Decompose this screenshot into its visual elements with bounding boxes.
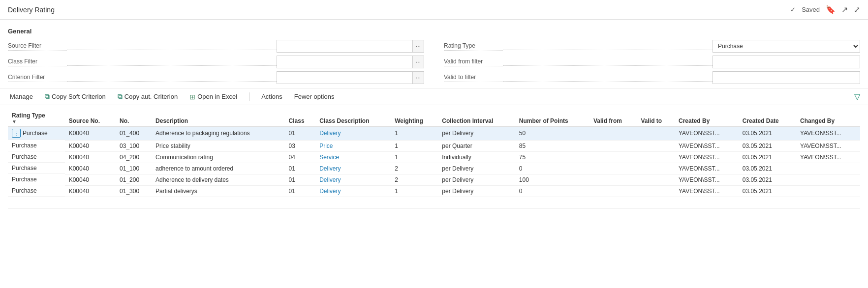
valid-from-label: Valid from filter: [444, 58, 503, 66]
rating-type-value: Purchase: [12, 142, 37, 149]
description-value: adherence to amount ordered: [152, 163, 284, 174]
valid-to-value: [637, 151, 675, 163]
valid-from-value: [589, 127, 637, 141]
general-section: General Source Filter ··· Class Filter ·…: [0, 20, 868, 88]
no-value: 04_200: [116, 151, 152, 163]
collection-interval-value: Individually: [438, 151, 515, 163]
open-excel-button[interactable]: ⊞ Open in Excel: [187, 92, 239, 102]
changed-by-value: YAVEON\SST...: [796, 151, 860, 163]
valid-from-value: [589, 140, 637, 151]
weighting-value: 1: [391, 140, 438, 151]
rating-type-dots: [503, 42, 713, 50]
class-filter-dots: [67, 58, 277, 66]
copy-aut-button[interactable]: ⧉ Copy aut. Criterion: [116, 91, 180, 102]
created-date-value: 03.05.2021: [739, 163, 796, 174]
rating-type-select[interactable]: Purchase Sales Other: [713, 40, 860, 53]
table-row: PurchaseK0004004_200Communication rating…: [8, 151, 860, 163]
class-value: 04: [285, 151, 316, 163]
collection-interval-value: per Delivery: [438, 174, 515, 185]
valid-from-value: [589, 174, 637, 185]
source-no-value: K00040: [65, 185, 116, 197]
description-value: Partial deliverys: [152, 185, 284, 197]
actions-label: Actions: [261, 93, 282, 100]
filter-icon[interactable]: ▽: [854, 92, 860, 101]
created-by-value: YAVEON\SST...: [675, 163, 739, 174]
bookmark-icon[interactable]: 🔖: [826, 5, 836, 14]
class-filter-row: Class Filter ···: [8, 56, 424, 68]
form-grid: Source Filter ··· Class Filter ··· Crite…: [8, 40, 860, 84]
changed-by-value: YAVEON\SST...: [796, 140, 860, 151]
share-icon[interactable]: ↗: [841, 5, 848, 14]
criterion-filter-ellipsis[interactable]: ···: [412, 72, 424, 84]
changed-by-value: [796, 185, 860, 197]
source-filter-input[interactable]: [277, 40, 412, 52]
criterion-filter-input[interactable]: [277, 72, 412, 84]
number-of-points-value: 75: [515, 151, 589, 163]
collection-interval-value: per Delivery: [438, 127, 515, 141]
general-section-title: General: [8, 28, 860, 35]
copy-soft-button[interactable]: ⧉ Copy Soft Criterion: [43, 91, 108, 102]
collapse-icon[interactable]: ⤢: [854, 5, 860, 14]
description-value: Adherence to packaging regulations: [152, 127, 284, 141]
rating-type-label: Rating Type: [444, 42, 503, 51]
col-class: Class: [285, 110, 316, 127]
class-description-value[interactable]: Delivery: [315, 185, 391, 197]
weighting-value: 1: [391, 185, 438, 197]
number-of-points-value: 85: [515, 140, 589, 151]
class-filter-input-wrapper[interactable]: ···: [277, 56, 424, 68]
weighting-value: 1: [391, 127, 438, 141]
valid-from-input[interactable]: [713, 56, 860, 68]
col-number-of-points: Number of Points: [515, 110, 589, 127]
created-date-value: 03.05.2021: [739, 127, 796, 141]
created-by-value: YAVEON\SST...: [675, 140, 739, 151]
col-rating-type: Rating Type ▼: [8, 110, 65, 127]
description-value: Adherence to delivery dates: [152, 174, 284, 185]
fewer-options-label: Fewer options: [294, 93, 335, 100]
actions-button[interactable]: Actions: [259, 92, 284, 101]
class-description-value[interactable]: Delivery: [315, 127, 391, 141]
rating-type-value: Purchase: [12, 165, 37, 172]
class-filter-input[interactable]: [277, 56, 412, 68]
col-collection-interval: Collection Interval: [438, 110, 515, 127]
valid-from-row: Valid from filter: [444, 56, 860, 68]
source-filter-row: Source Filter ···: [8, 40, 424, 53]
data-table: Rating Type ▼ Source No. No. Description…: [8, 110, 860, 209]
valid-to-input[interactable]: [713, 71, 860, 84]
class-description-value[interactable]: Price: [315, 140, 391, 151]
rating-type-value: Purchase: [12, 187, 37, 194]
valid-to-row: Valid to filter: [444, 71, 860, 84]
source-filter-input-wrapper[interactable]: ···: [277, 40, 424, 53]
row-action-button[interactable]: ⋮: [12, 129, 21, 138]
class-description-value[interactable]: Delivery: [315, 163, 391, 174]
copy-soft-icon: ⧉: [45, 92, 50, 101]
created-date-value: 03.05.2021: [739, 151, 796, 163]
changed-by-value: [796, 174, 860, 185]
fewer-options-button[interactable]: Fewer options: [292, 92, 337, 101]
col-no: No.: [116, 110, 152, 127]
copy-soft-label: Copy Soft Criterion: [52, 93, 106, 100]
class-filter-ellipsis[interactable]: ···: [412, 56, 424, 68]
rating-type-value: Purchase: [12, 153, 37, 160]
table-empty-row: [8, 197, 860, 208]
open-excel-label: Open in Excel: [197, 93, 237, 100]
class-description-value[interactable]: Service: [315, 151, 391, 163]
created-date-value: 03.05.2021: [739, 174, 796, 185]
source-filter-ellipsis[interactable]: ···: [412, 40, 424, 52]
class-description-value[interactable]: Delivery: [315, 174, 391, 185]
rating-type-filter-icon[interactable]: ▼: [12, 119, 61, 124]
table-row: PurchaseK0004003_100Price stability03Pri…: [8, 140, 860, 151]
saved-label: Saved: [802, 6, 820, 13]
created-by-value: YAVEON\SST...: [675, 185, 739, 197]
criterion-filter-input-wrapper[interactable]: ···: [277, 71, 424, 84]
class-value: 01: [285, 174, 316, 185]
manage-button[interactable]: Manage: [8, 92, 35, 101]
valid-to-value: [637, 127, 675, 141]
class-value: 01: [285, 185, 316, 197]
created-date-value: 03.05.2021: [739, 140, 796, 151]
class-filter-label: Class Filter: [8, 58, 67, 66]
number-of-points-value: 0: [515, 163, 589, 174]
col-changed-by: Changed By: [796, 110, 860, 127]
valid-from-value: [589, 151, 637, 163]
table-container: Rating Type ▼ Source No. No. Description…: [0, 110, 868, 209]
rating-type-value: Purchase: [23, 130, 48, 137]
